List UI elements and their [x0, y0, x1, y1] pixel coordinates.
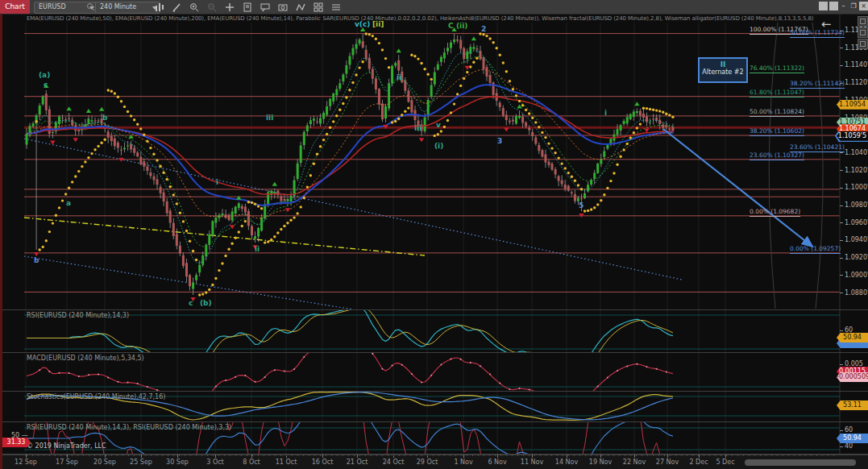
- panel-axis-label: 40: [845, 442, 853, 450]
- wave-label: v: [436, 121, 441, 129]
- time-axis-minor-tick: [828, 454, 829, 456]
- fib-level-label-primary: 76.40% (1.11322): [750, 64, 804, 73]
- time-axis-minor-tick: [348, 454, 349, 456]
- time-axis-minor-tick: [388, 454, 388, 456]
- price-axis-label: 1.0920'0: [845, 254, 868, 261]
- fib-level-label-primary: 61.80% (1.11047): [750, 89, 804, 98]
- price-axis-label: 1.1120'0: [845, 79, 868, 86]
- price-axis-label: 1.1020'0: [845, 167, 868, 174]
- time-axis-tick: [634, 454, 635, 458]
- time-axis-minor-tick: [794, 454, 795, 456]
- time-axis-minor-tick: [709, 454, 710, 456]
- time-axis-label: 21 Oct: [347, 459, 368, 466]
- price-axis-label: 1.0980'0: [845, 201, 868, 209]
- annotation-alternate-box[interactable]: II Alternate #2: [698, 57, 748, 83]
- time-axis-minor-tick: [438, 454, 439, 456]
- time-axis-minor-tick: [450, 454, 451, 456]
- time-axis-minor-tick: [151, 454, 152, 456]
- wave-label: (b): [200, 299, 212, 307]
- close-button[interactable]: ×: [859, 2, 868, 10]
- side-panel-button-3[interactable]: [858, 39, 868, 49]
- time-axis-tick: [141, 454, 142, 458]
- time-axis-label: 12 Sep: [15, 459, 37, 466]
- interval-selector[interactable]: 240 Minute: [95, 2, 160, 14]
- price-axis-tick: [840, 48, 843, 48]
- drawing-tools-icon[interactable]: [293, 2, 308, 12]
- time-axis-minor-tick: [320, 454, 321, 456]
- window-blank-button-1[interactable]: [819, 2, 828, 10]
- time-axis-minor-tick: [427, 454, 428, 456]
- time-axis-minor-tick: [264, 454, 264, 456]
- wave-label: i: [216, 178, 218, 186]
- time-axis-minor-tick: [670, 454, 671, 456]
- snapshot-icon[interactable]: [276, 2, 290, 12]
- pencil-icon[interactable]: [169, 2, 184, 12]
- time-axis-minor-tick: [258, 454, 259, 456]
- time-axis-label: 16 Oct: [312, 459, 334, 466]
- time-axis-minor-tick: [162, 454, 163, 456]
- time-axis-tick: [215, 454, 216, 458]
- back-arrow-button[interactable]: ←: [816, 17, 836, 31]
- callout-icon[interactable]: [258, 2, 272, 12]
- time-axis-minor-tick: [732, 454, 733, 456]
- side-panel-button-1[interactable]: [858, 16, 868, 27]
- price-axis-label: 1.1040'0: [845, 149, 868, 156]
- fib-level-label-primary: 38.20% (1.10602): [750, 127, 804, 136]
- panel-value-marker: 50.94: [837, 333, 868, 342]
- time-axis-minor-tick: [822, 454, 823, 456]
- time-axis-minor-tick: [393, 454, 394, 456]
- time-axis-minor-tick: [230, 454, 230, 456]
- h-scrollbar-thumb[interactable]: [745, 459, 856, 466]
- zoom-out-icon[interactable]: [205, 2, 219, 12]
- time-axis-minor-tick: [664, 454, 665, 456]
- wave-label: 2: [481, 25, 486, 33]
- chart-style-icon[interactable]: [311, 2, 326, 12]
- panel-label: RSI(EURUSD (240 Minute),14,3), RSI(EURUS…: [27, 424, 231, 431]
- panel-value-marker-left: 31.33: [2, 438, 31, 447]
- time-axis-minor-tick: [213, 454, 214, 456]
- time-axis-minor-tick: [49, 454, 50, 456]
- tab-chart[interactable]: Chart: [0, 0, 30, 14]
- properties-icon[interactable]: [329, 2, 343, 12]
- time-axis-minor-tick: [297, 454, 298, 456]
- wave-label: iii: [414, 124, 422, 132]
- time-axis-minor-tick: [557, 454, 558, 456]
- instrument-value: EURUSD: [39, 3, 66, 10]
- fib-level-label-primary: 23.60% (1.10327): [750, 151, 804, 160]
- restore-button[interactable]: ❐: [849, 2, 858, 10]
- time-axis-minor-tick: [168, 454, 168, 456]
- time-axis-minor-tick: [83, 454, 84, 456]
- plus-icon[interactable]: [222, 2, 237, 12]
- price-axis-tick: [840, 222, 843, 223]
- time-axis-label: 14 Nov: [555, 459, 578, 466]
- time-axis-label: 3 Oct: [206, 459, 223, 466]
- time-axis-minor-tick: [799, 454, 800, 456]
- zoom-in-icon[interactable]: [187, 2, 201, 12]
- time-axis-minor-tick: [365, 454, 366, 456]
- time-axis-minor-tick: [484, 454, 484, 456]
- annotation-wave-label: II: [700, 60, 746, 68]
- panel-axis-tick: [840, 430, 843, 431]
- time-axis-label: 30 Sep: [166, 459, 189, 466]
- time-axis-label: 27 Nov: [656, 459, 679, 466]
- report-icon[interactable]: [240, 2, 255, 12]
- time-axis-minor-tick: [128, 454, 129, 456]
- time-axis-minor-tick: [455, 454, 456, 456]
- time-axis-tick: [532, 454, 533, 458]
- window-blank-button-2[interactable]: [829, 2, 838, 10]
- panel-separator: [0, 352, 868, 353]
- time-axis-label: 11 Nov: [521, 459, 543, 466]
- time-axis-minor-tick: [495, 454, 496, 456]
- time-axis-minor-tick: [596, 454, 597, 456]
- candles-icon[interactable]: [152, 2, 166, 12]
- side-panel-button-2[interactable]: [858, 27, 868, 38]
- price-axis-tick: [840, 170, 843, 171]
- time-axis-minor-tick: [613, 454, 614, 456]
- time-axis-minor-tick: [27, 454, 27, 456]
- minimize-button[interactable]: –: [839, 2, 848, 10]
- wave-label: a: [66, 199, 71, 207]
- panel-label: RSI(EURUSD (240 Minute),14,3): [27, 312, 129, 319]
- wave-label: (a): [39, 71, 50, 79]
- time-axis-minor-tick: [534, 454, 535, 456]
- time-axis-minor-tick: [38, 454, 39, 456]
